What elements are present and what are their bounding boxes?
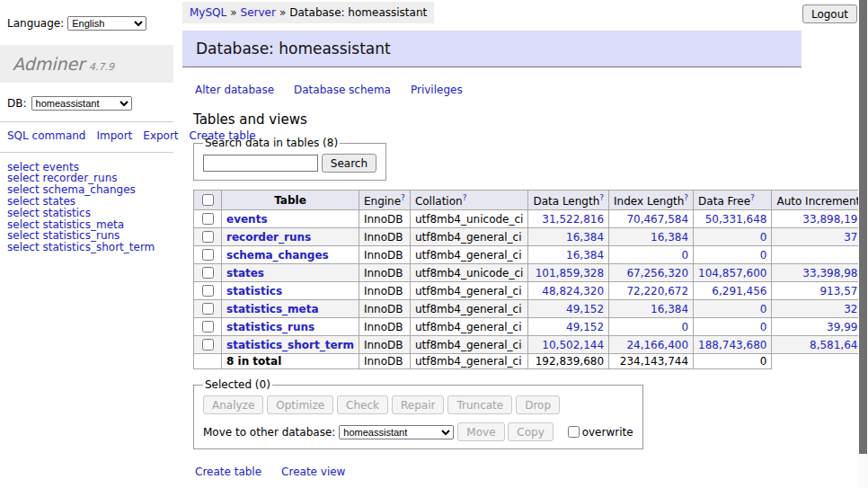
data-free-cell: 0 — [694, 318, 772, 336]
vertical-scrollbar[interactable] — [858, 0, 868, 488]
column-help-link[interactable]: ? — [401, 193, 405, 202]
row-checkbox[interactable] — [202, 321, 214, 333]
move-button[interactable]: Move — [457, 422, 504, 441]
index-length-link[interactable]: 16,384 — [651, 303, 688, 315]
table-name-link[interactable]: statistics_short_term — [226, 339, 354, 351]
copy-button[interactable]: Copy — [508, 422, 553, 441]
repair-button[interactable]: Repair — [392, 395, 444, 414]
data-length-link[interactable]: 49,152 — [566, 303, 604, 315]
index-length-link[interactable]: 67,256,320 — [626, 267, 688, 279]
select-all-header-cell — [194, 191, 222, 210]
index-length-cell: 16,384 — [609, 300, 694, 318]
analyze-button[interactable]: Analyze — [203, 395, 263, 414]
data-free-link[interactable]: 0 — [760, 249, 767, 262]
language-select[interactable]: English — [67, 16, 146, 31]
scrollbar-thumb[interactable] — [859, 0, 867, 454]
sidebar-link-import[interactable]: Import — [96, 129, 132, 142]
table-name-link[interactable]: schema_changes — [226, 249, 329, 262]
row-checkbox[interactable] — [202, 285, 214, 297]
optimize-button[interactable]: Optimize — [267, 395, 333, 414]
data-free-cell: 0 — [694, 354, 772, 369]
auto-increment-link[interactable]: 33,398,984 — [802, 267, 864, 279]
tables-heading: Tables and views — [193, 111, 858, 128]
data-free-link[interactable]: 188,743,680 — [698, 339, 766, 351]
link-alter-database[interactable]: Alter database — [195, 84, 274, 96]
collation-cell: utf8mb4_general_ci — [410, 354, 528, 369]
row-checkbox[interactable] — [202, 213, 214, 225]
sidebar-select-states[interactable]: select states — [7, 196, 166, 208]
drop-button[interactable]: Drop — [516, 395, 560, 414]
sidebar-link-export[interactable]: Export — [143, 129, 178, 142]
table-name-link[interactable]: statistics_meta — [226, 303, 319, 315]
move-db-select[interactable]: homeassistant — [339, 425, 454, 439]
link-database-schema[interactable]: Database schema — [294, 84, 391, 96]
data-free-link[interactable]: 6,291,456 — [712, 285, 766, 297]
index-length-link[interactable]: 0 — [681, 321, 688, 333]
table-name-cell: schema_changes — [222, 246, 359, 264]
data-length-link[interactable]: 48,824,320 — [542, 285, 604, 297]
index-length-link[interactable]: 24,166,400 — [626, 339, 688, 351]
search-input[interactable] — [203, 155, 318, 172]
link-create-table[interactable]: Create table — [195, 466, 261, 478]
row-checkbox[interactable] — [202, 231, 214, 243]
data-free-link[interactable]: 50,331,648 — [705, 213, 767, 226]
data-length-cell: 101,859,328 — [528, 264, 609, 282]
row-checkbox[interactable] — [202, 339, 214, 350]
logout-button[interactable]: Logout — [802, 4, 857, 23]
auto-increment-link[interactable]: 33,898,196 — [802, 213, 864, 226]
sidebar-link-sql-command[interactable]: SQL command — [7, 129, 85, 142]
data-length-link[interactable]: 16,384 — [566, 231, 604, 244]
table-name-link[interactable]: recorder_runs — [226, 231, 311, 244]
column-help-link[interactable]: ? — [599, 193, 604, 202]
table-name-link[interactable]: statistics — [226, 285, 282, 297]
data-length-link[interactable]: 101,859,328 — [536, 267, 604, 279]
auto-increment-link[interactable]: 8,581,645 — [810, 339, 864, 351]
index-length-link[interactable]: 72,220,672 — [626, 285, 688, 297]
breadcrumb-link-server[interactable]: Server — [241, 6, 276, 19]
column-header-index-length: Index Length? — [609, 191, 694, 210]
link-create-view[interactable]: Create view — [281, 466, 345, 478]
data-length-link[interactable]: 10,502,144 — [542, 339, 604, 351]
index-length-link[interactable]: 16,384 — [651, 231, 688, 244]
overwrite-checkbox[interactable] — [568, 426, 580, 438]
data-length-link[interactable]: 31,522,816 — [542, 213, 604, 226]
index-length-cell: 70,467,584 — [609, 210, 694, 228]
row-checkbox[interactable] — [202, 303, 214, 315]
app-name: Adminer — [13, 54, 84, 74]
index-length-link[interactable]: 0 — [681, 249, 688, 262]
db-action-links: Alter databaseDatabase schemaPrivileges — [195, 84, 858, 96]
table-name-link[interactable]: events — [226, 213, 268, 226]
row-select-cell — [194, 300, 222, 318]
breadcrumb-link-mysql[interactable]: MySQL — [190, 6, 226, 19]
table-name-link[interactable]: statistics_runs — [226, 321, 314, 333]
sidebar-select-statistics[interactable]: select statistics — [7, 208, 166, 219]
table-name-cell: statistics_short_term — [222, 336, 359, 354]
data-length-link[interactable]: 16,384 — [566, 249, 604, 262]
db-select[interactable]: homeassistant — [31, 96, 132, 111]
data-free-link[interactable]: 0 — [760, 231, 767, 244]
select-all-checkbox[interactable] — [202, 194, 214, 206]
collation-cell: utf8mb4_unicode_ci — [410, 210, 528, 228]
engine-cell: InnoDB — [359, 282, 410, 300]
auto-increment-cell: 33,898,196 — [772, 210, 868, 228]
data-free-link[interactable]: 0 — [760, 303, 767, 315]
data-free-link[interactable]: 104,857,600 — [698, 267, 766, 279]
column-help-link[interactable]: ? — [684, 193, 688, 202]
column-help-link[interactable]: ? — [750, 193, 755, 202]
row-checkbox[interactable] — [202, 267, 214, 279]
column-header-label: Data Length — [533, 195, 599, 208]
search-button[interactable]: Search — [322, 154, 376, 173]
column-header-collation: Collation? — [410, 191, 528, 210]
row-checkbox[interactable] — [202, 249, 214, 261]
overwrite-label-wrap: overwrite — [564, 426, 633, 439]
row-select-cell — [194, 318, 222, 336]
link-privileges[interactable]: Privileges — [411, 84, 463, 96]
column-help-link[interactable]: ? — [463, 193, 467, 202]
truncate-button[interactable]: Truncate — [447, 395, 512, 414]
check-button[interactable]: Check — [337, 395, 388, 414]
data-free-link[interactable]: 0 — [760, 321, 767, 333]
sidebar-select-statistics_short_term[interactable]: select statistics_short_term — [7, 242, 166, 253]
index-length-link[interactable]: 70,467,584 — [626, 213, 688, 226]
data-length-link[interactable]: 49,152 — [566, 321, 604, 333]
table-name-link[interactable]: states — [226, 267, 264, 279]
